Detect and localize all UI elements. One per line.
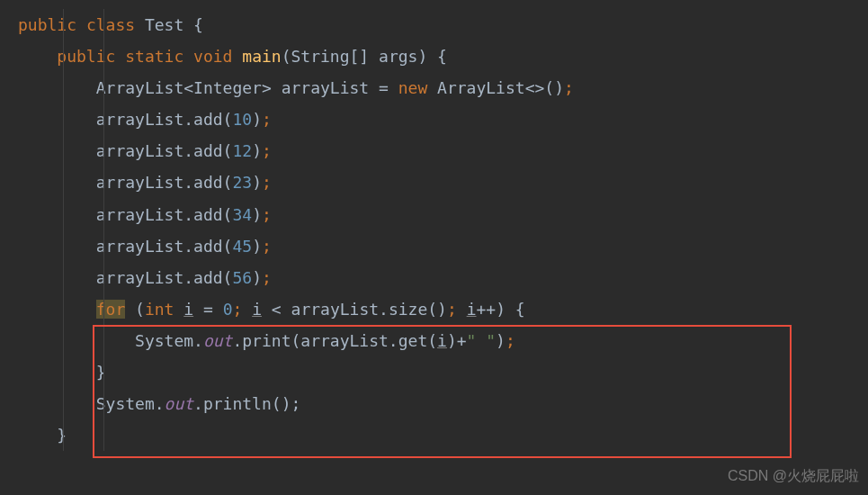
number: 10 [232,110,252,129]
semi: ; [262,110,272,129]
code-line[interactable]: arrayList.add(23); [0,166,868,198]
code-line[interactable]: ArrayList<Integer> arrayList = new Array… [0,72,868,104]
keyword-int: int [145,300,174,319]
paren: ) [417,47,427,66]
size-call: .size() [379,300,447,319]
code-line[interactable]: arrayList.add(12); [0,135,868,166]
semi: ; [447,300,457,319]
semi: ; [262,237,272,256]
inc: ++ [476,300,496,319]
code-editor[interactable]: public class Test { public static void m… [0,9,868,451]
class-name: Test [145,15,183,34]
var-i: i [183,300,193,319]
param-type: String[] [291,47,370,66]
highlight-box [93,325,792,458]
method: add [193,110,223,129]
keyword-public: public [57,47,115,66]
method: add [193,173,223,192]
number: 23 [232,173,252,192]
eq: = [379,78,389,97]
var-name: arrayList [282,78,370,97]
code-line[interactable]: for (int i = 0; i < arrayList.size(); i+… [0,293,868,325]
brace: { [515,300,525,319]
obj: arrayList [96,141,184,160]
brace-close: } [57,426,67,445]
code-line[interactable]: public class Test { [0,9,868,40]
brace: { [193,15,203,34]
keyword-new: new [398,78,428,97]
keyword-for: for [96,300,126,319]
keyword-void: void [193,47,232,66]
code-line[interactable]: arrayList.add(10); [0,104,868,135]
semi: ; [232,300,242,319]
obj: arrayList [96,205,184,224]
diamond: <>() [525,78,564,97]
brace: { [437,47,447,66]
watermark: CSDN @火烧屁屁啦 [728,462,859,490]
method: add [193,237,223,256]
semi: ; [262,268,272,287]
method-name: main [242,47,281,66]
lt: < [272,300,282,319]
obj: arrayList [96,268,184,287]
semi: ; [564,78,574,97]
keyword-class: class [86,15,135,34]
eq: = [203,300,213,319]
type: ArrayList [96,78,184,97]
indent-guide [63,9,64,451]
semi: ; [262,141,272,160]
keyword-public: public [18,15,76,34]
code-line[interactable]: arrayList.add(45); [0,230,868,262]
number: 56 [232,268,252,287]
paren: ( [282,47,291,66]
semi: ; [262,173,272,192]
obj: arrayList [96,173,184,192]
keyword-static: static [125,47,183,66]
angle: < [183,78,193,97]
number: 0 [223,300,233,319]
method: add [193,205,223,224]
obj: arrayList [291,300,380,319]
number: 12 [232,141,252,160]
number: 34 [232,205,252,224]
method: add [193,268,223,287]
var-i: i [252,300,262,319]
angle: > [262,78,272,97]
param-name: args [379,47,417,66]
type-param: Integer [193,78,262,97]
ctor: ArrayList [437,78,525,97]
obj: arrayList [96,237,184,256]
method: add [193,141,223,160]
code-line[interactable]: public static void main(String[] args) { [0,40,868,72]
code-line[interactable]: arrayList.add(34); [0,199,868,230]
semi: ; [262,205,272,224]
var-i: i [467,300,477,319]
obj: arrayList [96,110,184,129]
number: 45 [232,237,252,256]
code-line[interactable]: arrayList.add(56); [0,262,868,293]
